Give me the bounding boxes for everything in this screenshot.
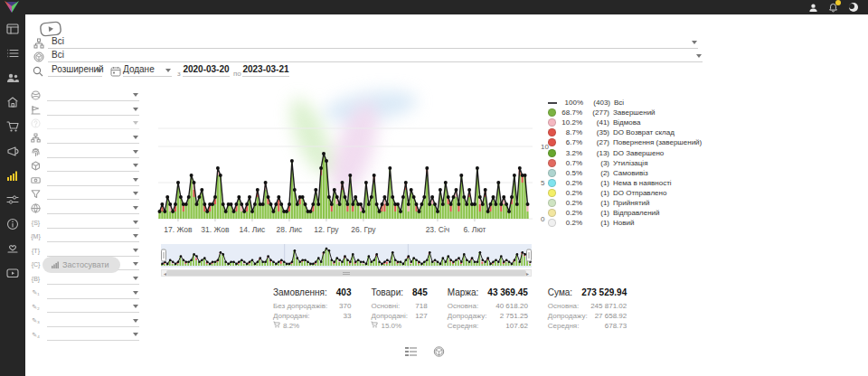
legend-percent: 100% <box>560 99 583 107</box>
filter-row-3 <box>25 117 145 131</box>
sidebar-item-settings[interactable] <box>5 193 20 206</box>
search-icon[interactable] <box>33 66 43 77</box>
chevron-down-icon <box>133 136 138 139</box>
filter-select-15[interactable] <box>47 287 139 299</box>
filter-select-2[interactable] <box>47 104 139 116</box>
sidebar-item-cart[interactable] <box>5 119 20 133</box>
apply-filters-button[interactable]: Застосувати <box>42 257 120 273</box>
sidebar-item-marketing[interactable] <box>5 144 20 157</box>
stat-sub-value: 2 751.25 <box>500 311 528 321</box>
filter-select-6[interactable] <box>47 160 139 172</box>
legend-item-1[interactable]: 100%(403)Всі <box>548 98 702 108</box>
filter-select-9[interactable] <box>47 202 139 214</box>
date-field-value: Додане <box>123 64 155 74</box>
filter-select-8[interactable] <box>47 188 139 200</box>
svg-text:17. Жов: 17. Жов <box>164 225 193 234</box>
app-logo-icon[interactable] <box>5 1 19 13</box>
legend-item-7[interactable]: 0.7%(3)Утилізація <box>548 158 702 168</box>
legend-item-4[interactable]: 8.7%(35)DO Возврат склад <box>548 127 702 137</box>
legend-count: (2) <box>586 169 609 177</box>
sidebar-item-dashboard[interactable] <box>5 22 20 35</box>
legend-percent: 10.2% <box>559 118 582 127</box>
cart-icon <box>6 120 19 133</box>
svg-text:31. Жов: 31. Жов <box>201 225 230 234</box>
legend-dot-marker <box>548 179 556 187</box>
stat-sub-label: Допродажу: <box>548 311 588 321</box>
filter-select-5[interactable] <box>47 146 139 158</box>
legend-dot-marker <box>548 138 556 146</box>
filter-select-11[interactable] <box>47 230 139 242</box>
list-icon <box>6 47 19 60</box>
product-filter-select[interactable]: Всі <box>48 50 703 62</box>
legend-label: Повернення (завершений) <box>613 138 702 146</box>
stat-sub-value: 40 618.20 <box>495 301 528 311</box>
user-icon[interactable] <box>807 2 819 14</box>
chevron-down-icon <box>133 305 138 308</box>
info-icon <box>6 218 19 230</box>
legend-label: Самовивіз <box>613 169 648 177</box>
status-filter-select[interactable]: Всі <box>48 36 698 49</box>
sidebar-item-analytics[interactable] <box>5 168 20 182</box>
sidebar-item-info[interactable] <box>5 217 20 230</box>
legend-dot-marker <box>548 199 556 207</box>
video-help-icon[interactable] <box>39 21 62 37</box>
filter-select-14[interactable] <box>47 273 139 285</box>
filter-select-16[interactable] <box>47 301 139 313</box>
legend-item-5[interactable]: 6.7%(27)Повернення (завершений) <box>548 137 702 147</box>
legend-dot-marker <box>548 219 556 227</box>
profile-avatar-icon[interactable] <box>847 2 859 14</box>
sidebar-item-tutorials[interactable] <box>5 266 20 279</box>
sidebar-item-customers[interactable] <box>5 70 20 84</box>
legend-item-10[interactable]: 0.2%(1)DO Отправлено <box>548 188 702 198</box>
list-view-icon[interactable] <box>405 346 417 357</box>
sidebar-item-store[interactable] <box>5 95 20 108</box>
date-to-input[interactable]: 2023-03-21 <box>242 64 289 77</box>
filter-select-4[interactable] <box>47 132 139 144</box>
sidebar-item-orders[interactable] <box>5 46 20 60</box>
stat-sub-value: 678.73 <box>605 321 627 331</box>
legend-percent: 0.2% <box>559 199 582 207</box>
filter-row-9 <box>25 202 145 216</box>
legend-item-8[interactable]: 0.5%(2)Самовивіз <box>548 168 702 178</box>
chevron-down-icon <box>133 249 138 252</box>
date-from-input[interactable]: 2020-03-20 <box>183 64 230 77</box>
scroll-right-icon[interactable]: ► <box>525 271 530 277</box>
notification-badge <box>835 0 841 5</box>
filter-row-14: {B} <box>25 272 145 287</box>
filter-select-17[interactable] <box>47 315 139 327</box>
navigator-scrollbar[interactable]: ◄ ► <box>161 269 532 277</box>
legend-dot-marker <box>548 169 556 177</box>
legend-count: (35) <box>586 128 609 136</box>
legend-item-2[interactable]: 68.7%(277)Завершений <box>548 108 702 118</box>
legend-item-9[interactable]: 0.2%(1)Нема в наявності <box>548 178 702 188</box>
filter-select-10[interactable] <box>47 217 139 229</box>
filter-select-18[interactable] <box>47 329 139 341</box>
legend-item-13[interactable]: 0.2%(1)Новий <box>548 218 702 228</box>
stat-sub-label: Середня: <box>548 321 580 331</box>
stat-sub-value: 27 658.92 <box>595 311 627 321</box>
legend-item-6[interactable]: 3.2%(13)DO Завершено <box>548 147 702 157</box>
filter-select-1[interactable] <box>47 89 139 101</box>
stat-sub-label: Основні: <box>371 301 400 311</box>
brace-c-icon: {C} <box>30 261 42 268</box>
legend-item-3[interactable]: 10.2%(41)Відмова <box>548 118 702 127</box>
store-icon <box>6 96 19 108</box>
filter-select-7[interactable] <box>47 174 139 186</box>
filter-row-18: ✎₄ <box>25 328 145 343</box>
sidebar-item-partners[interactable] <box>5 241 20 255</box>
filter-select-12[interactable] <box>47 245 139 257</box>
date-field-select[interactable]: Додане <box>123 64 172 77</box>
legend-item-11[interactable]: 0.2%(1)Прийнятий <box>548 198 702 208</box>
notifications-bell-icon[interactable] <box>827 2 839 14</box>
video-icon <box>6 267 19 279</box>
filter-row-7 <box>25 174 145 188</box>
legend-item-12[interactable]: 0.2%(1)Відправлений <box>548 208 702 218</box>
stat-value: 845 <box>412 287 428 297</box>
search-mode-select[interactable]: Розширений <box>48 64 102 77</box>
chart-navigator[interactable] <box>161 244 532 268</box>
legend-label: Завершений <box>613 108 656 117</box>
scrollbar-thumb[interactable] <box>166 270 526 276</box>
svg-text:26. Гру: 26. Гру <box>351 225 376 234</box>
package-view-icon[interactable] <box>433 346 445 357</box>
legend-percent: 0.2% <box>559 189 582 197</box>
